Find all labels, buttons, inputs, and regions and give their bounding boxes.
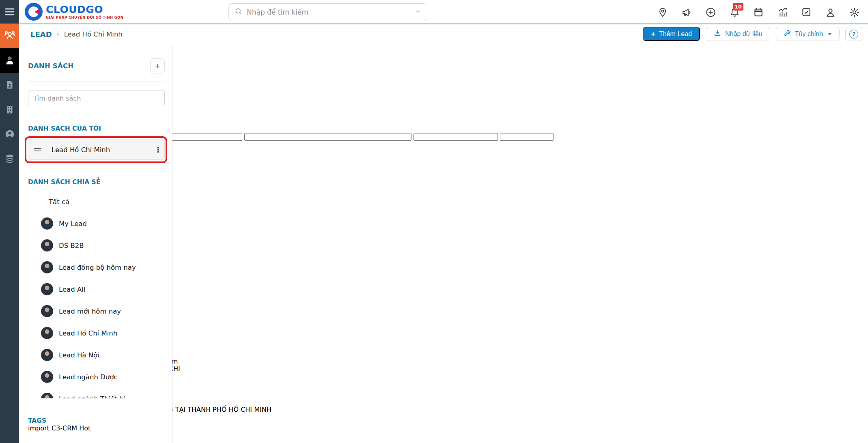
list-item-menu-icon[interactable]: ⋮ — [155, 148, 159, 151]
filter-input-company[interactable] — [244, 133, 411, 141]
nav-users-module[interactable] — [0, 123, 19, 147]
profile-person-icon[interactable] — [825, 6, 836, 18]
global-search[interactable] — [228, 3, 427, 21]
shared-list-item[interactable]: Lead ngành Dược — [28, 366, 165, 388]
avatar — [41, 305, 53, 317]
nav-organizations-module[interactable] — [0, 98, 19, 123]
chevron-down-icon — [828, 33, 832, 35]
quick-add-icon[interactable] — [705, 6, 716, 18]
download-icon — [713, 29, 722, 39]
shared-list-item[interactable]: Lead mới hôm nay — [28, 300, 165, 322]
logo-name: CLOUDGO — [46, 4, 123, 15]
tasks-check-icon[interactable] — [801, 6, 812, 18]
search-scope-chevron-icon[interactable] — [415, 8, 421, 16]
tag-c3-crm[interactable]: C3-CRM — [52, 424, 77, 432]
shared-list-item-all[interactable]: Tất cả — [28, 191, 165, 213]
breadcrumb-current: Lead Hồ Chí Minh — [64, 30, 123, 38]
drag-handle-icon[interactable] — [34, 148, 41, 151]
add-list-button[interactable]: + — [150, 58, 165, 73]
avatar — [41, 349, 53, 361]
my-list-item-lead-ho-chi-minh[interactable]: Lead Hồ Chí Minh ⋮ — [28, 140, 165, 160]
avatar — [41, 393, 53, 398]
notifications-bell-icon[interactable]: 10 — [729, 6, 740, 18]
person-circle-icon — [4, 129, 15, 141]
calendar-icon[interactable] — [753, 6, 764, 18]
lists-sidebar: DANH SÁCH + DANH SÁCH CỦA TÔI Lead Hồ Ch… — [19, 43, 172, 443]
help-button[interactable]: ? — [845, 27, 862, 41]
shared-list-item[interactable]: Lead ngành Thiết bị — [28, 388, 165, 398]
avatar — [41, 283, 53, 295]
shared-lists: Tất cả My Lead DS B2B Lead đồng bộ hôm n… — [28, 191, 165, 398]
help-icon: ? — [849, 30, 858, 39]
cloudgo-logo-mark — [25, 3, 43, 21]
avatar — [41, 239, 53, 252]
wrench-icon — [784, 29, 791, 39]
add-lead-button[interactable]: + Thêm Lead — [643, 27, 700, 41]
shared-list-item[interactable]: My Lead — [28, 213, 165, 234]
shared-lists-title: DANH SÁCH CHIA SẺ — [28, 178, 165, 186]
nav-database-module[interactable] — [0, 147, 19, 172]
global-search-input[interactable] — [247, 8, 415, 16]
filter-input-industry[interactable] — [414, 133, 498, 141]
customize-button[interactable]: Tùy chỉnh — [776, 27, 840, 41]
breadcrumb-separator-icon: › — [57, 30, 59, 38]
notification-count-badge: 10 — [733, 3, 743, 11]
avatar — [41, 217, 53, 230]
lists-title: DANH SÁCH — [28, 62, 73, 70]
avatar — [41, 261, 53, 273]
tags-row: import C3-CRM Hot — [28, 424, 165, 432]
database-icon — [4, 154, 15, 166]
tags-title: TAGS — [28, 417, 165, 424]
cloudgo-crm-screen: CLOUDGO GIẢI PHÁP CHUYỂN ĐỔI SỐ TINH GỌN — [0, 0, 868, 443]
cloudgo-logo[interactable]: CLOUDGO GIẢI PHÁP CHUYỂN ĐỔI SỐ TINH GỌN — [25, 3, 123, 21]
nav-leads-module[interactable] — [0, 24, 19, 48]
top-bar: CLOUDGO GIẢI PHÁP CHUYỂN ĐỔI SỐ TINH GỌN — [19, 0, 868, 24]
logo-tagline: GIẢI PHÁP CHUYỂN ĐỔI SỐ TINH GỌN — [46, 15, 123, 19]
nav-documents-module[interactable] — [0, 73, 19, 98]
breadcrumb-module[interactable]: LEAD — [30, 30, 52, 39]
menu-toggle-icon[interactable] — [0, 0, 19, 24]
people-group-icon — [4, 29, 16, 43]
module-nav — [0, 0, 19, 443]
my-lists-title: DANH SÁCH CỦA TÔI — [28, 125, 165, 132]
shared-list-item[interactable]: DS B2B — [28, 234, 165, 256]
shared-list-item[interactable]: Lead Hà Nội — [28, 344, 165, 366]
building-icon — [5, 105, 15, 116]
avatar — [41, 371, 53, 383]
header-actions: + Thêm Lead Nhập dữ liệu Tùy chỉnh ? — [643, 27, 862, 41]
document-person-icon — [5, 80, 15, 91]
settings-gear-icon[interactable] — [849, 6, 860, 18]
checkin-location-icon[interactable] — [657, 6, 668, 18]
divider — [28, 82, 165, 82]
announcement-megaphone-icon[interactable] — [681, 6, 692, 18]
filter-input-source[interactable] — [500, 133, 554, 141]
tag-hot[interactable]: Hot — [79, 424, 90, 432]
tag-import[interactable]: import — [28, 424, 50, 432]
breadcrumb: LEAD › Lead Hồ Chí Minh — [30, 25, 123, 43]
page-header: LEAD › Lead Hồ Chí Minh + Thêm Lead Nhập… — [19, 25, 868, 43]
plus-icon: + — [651, 30, 655, 38]
list-search-input[interactable] — [28, 90, 165, 106]
shared-list-item[interactable]: Lead Hồ Chí Minh — [28, 322, 165, 344]
shared-list-item[interactable]: Lead All — [28, 278, 165, 300]
person-icon — [4, 54, 15, 67]
shared-list-item[interactable]: Lead đồng bộ hôm nay — [28, 256, 165, 278]
filter-input-email[interactable] — [166, 133, 242, 141]
import-data-button[interactable]: Nhập dữ liệu — [706, 27, 770, 41]
nav-contacts-module[interactable] — [0, 48, 19, 73]
analytics-chart-icon[interactable] — [777, 6, 788, 18]
avatar — [41, 327, 53, 339]
search-icon — [235, 7, 243, 17]
top-icon-strip: 10 — [657, 0, 860, 24]
